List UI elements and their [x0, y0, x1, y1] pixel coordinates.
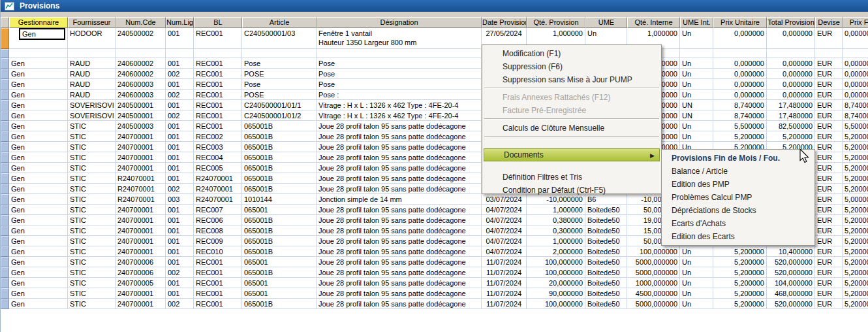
row-selector[interactable]: [1, 205, 9, 215]
cell-ume_int[interactable]: Un: [680, 131, 713, 142]
cell-bl[interactable]: R24070001: [194, 194, 242, 205]
submenu-item[interactable]: Dépréciations de Stocks: [662, 204, 814, 217]
cell-qte_provision[interactable]: 100,000000: [527, 267, 585, 278]
cell-bl[interactable]: REC006: [194, 215, 242, 225]
cell-gestionnaire[interactable]: Gen: [9, 257, 68, 267]
cell-designation[interactable]: Joue 28 profil talon 95 sans patte dodéc…: [317, 184, 482, 194]
cell-prix_f[interactable]: 5,200000: [843, 225, 868, 236]
cell-bl[interactable]: [194, 49, 242, 58]
cell-prix_unitaire[interactable]: 5,200000: [713, 257, 767, 267]
cell-devise[interactable]: EUR: [815, 58, 843, 69]
cell-num_cde[interactable]: [116, 49, 166, 58]
cell-prix_f[interactable]: 5,200000: [843, 278, 868, 288]
cell-article[interactable]: Pose: [242, 79, 317, 90]
cell-qte_interne[interactable]: 100,000000: [627, 246, 680, 257]
cell-num_lig[interactable]: 002: [166, 69, 194, 79]
cell-ume[interactable]: Boitede50: [585, 246, 627, 257]
cell-qte_interne[interactable]: 4500,000000: [627, 288, 680, 299]
cell-num_cde[interactable]: 240700006: [116, 257, 166, 267]
cell-gestionnaire[interactable]: Gen: [9, 205, 68, 215]
cell-ume[interactable]: Boitede50: [585, 267, 627, 278]
cell-total_provision[interactable]: 0,000000: [767, 69, 815, 79]
cell-prix_unitaire[interactable]: 0,000000: [713, 79, 767, 90]
cell-prix_f[interactable]: 5,200000: [843, 236, 868, 246]
cell-devise[interactable]: EUR: [815, 278, 843, 288]
cell-num_lig[interactable]: 001: [166, 288, 194, 299]
cell-gestionnaire[interactable]: Gen: [9, 152, 68, 163]
cell-designation[interactable]: Joue 28 profil talon 95 sans patte dodéc…: [317, 173, 482, 184]
cell-bl[interactable]: REC001: [194, 278, 242, 288]
cell-ume_int[interactable]: Un: [680, 288, 713, 299]
cell-devise[interactable]: EUR: [815, 163, 843, 173]
cell-prix_f[interactable]: 8,740000: [843, 100, 868, 110]
row-selector[interactable]: [1, 225, 9, 236]
cell-fournisseur[interactable]: STIC: [68, 131, 116, 142]
cell-fournisseur[interactable]: STIC: [68, 246, 116, 257]
cell-ume_int[interactable]: Un: [680, 257, 713, 267]
cell-num_lig[interactable]: 002: [166, 299, 194, 309]
cell-num_lig[interactable]: 001: [166, 131, 194, 142]
cell-total_provision[interactable]: 5,200000: [767, 131, 815, 142]
cell-prix_unitaire[interactable]: 5,200000: [713, 299, 767, 309]
focused-cell-editor[interactable]: Gen: [19, 28, 65, 40]
submenu-item[interactable]: Problèmes Calcul PMP: [662, 191, 814, 204]
cell-ume_int[interactable]: Un: [680, 267, 713, 278]
row-selector[interactable]: [1, 69, 9, 79]
cell-designation[interactable]: Joue 28 profil talon 95 sans patte dodéc…: [317, 205, 482, 215]
cell-bl[interactable]: REC001: [194, 110, 242, 121]
cell-gestionnaire[interactable]: Gen: [9, 163, 68, 173]
cell-prix_f[interactable]: 0,000000: [843, 90, 868, 100]
cell-devise[interactable]: EUR: [815, 142, 843, 152]
cell-prix_f[interactable]: 5,200000: [843, 215, 868, 225]
cell-num_cde[interactable]: 240600003: [116, 90, 166, 100]
cell-ume_int[interactable]: Un: [680, 121, 713, 131]
cell-fournisseur[interactable]: STIC: [68, 152, 116, 163]
cell-bl[interactable]: REC005: [194, 163, 242, 173]
cell-designation[interactable]: Joue 28 profil talon 95 sans patte dodéc…: [317, 131, 482, 142]
column-header-num_cde[interactable]: Num.Cde: [116, 17, 166, 28]
cell-num_lig[interactable]: 001: [166, 163, 194, 173]
cell-total_provision[interactable]: 0,000000: [767, 90, 815, 100]
cell-bl[interactable]: REC010: [194, 246, 242, 257]
cell-article[interactable]: [242, 49, 317, 58]
cell-fournisseur[interactable]: RAUD: [68, 69, 116, 79]
cell-num_cde[interactable]: R24070001: [116, 173, 166, 184]
cell-total_provision[interactable]: 82,500000: [767, 121, 815, 131]
cell-fournisseur[interactable]: HODOOR: [68, 28, 116, 49]
cell-num_cde[interactable]: 240700001: [116, 288, 166, 299]
cell-devise[interactable]: EUR: [815, 173, 843, 184]
cell-article[interactable]: 065001: [242, 205, 317, 215]
cell-devise[interactable]: EUR: [815, 184, 843, 194]
cell-fournisseur[interactable]: [68, 49, 116, 58]
cell-designation[interactable]: Joue 28 profil talon 95 sans patte dodéc…: [317, 152, 482, 163]
row-selector[interactable]: [1, 79, 9, 90]
row-selector[interactable]: [1, 246, 9, 257]
cell-prix_unitaire[interactable]: 5,200000: [713, 288, 767, 299]
cell-designation[interactable]: Joue 28 profil talon 95 sans patte dodéc…: [317, 267, 482, 278]
cell-fournisseur[interactable]: STIC: [68, 288, 116, 299]
cell-prix_unitaire[interactable]: 8,740000: [713, 100, 767, 110]
cell-num_lig[interactable]: 001: [166, 215, 194, 225]
submenu-item[interactable]: Edition des Ecarts: [662, 230, 814, 243]
cell-article[interactable]: POSE: [242, 90, 317, 100]
cell-prix_f[interactable]: 5,200000: [843, 257, 868, 267]
cell-fournisseur[interactable]: STIC: [68, 236, 116, 246]
column-header-prix_f[interactable]: Prix F: [843, 17, 868, 28]
cell-article[interactable]: 065001B: [242, 121, 317, 131]
cell-fournisseur[interactable]: SOVERISOVI: [68, 110, 116, 121]
cell-bl[interactable]: R24070001: [194, 184, 242, 194]
row-selector[interactable]: [1, 142, 9, 152]
cell-prix_f[interactable]: 5,200000: [843, 184, 868, 194]
cell-bl[interactable]: REC001: [194, 58, 242, 69]
cell-num_cde[interactable]: 240700001: [116, 215, 166, 225]
cell-prix_f[interactable]: 5,200000: [843, 131, 868, 142]
cell-article[interactable]: POSE: [242, 69, 317, 79]
cell-designation[interactable]: Pose :: [317, 90, 482, 100]
row-selector-active[interactable]: [1, 28, 9, 49]
cell-num_cde[interactable]: 240700001: [116, 225, 166, 236]
menu-item[interactable]: Modification (F1): [483, 47, 660, 60]
cell-devise[interactable]: EUR: [815, 194, 843, 205]
cell-designation[interactable]: Joue 28 profil talon 95 sans patte dodéc…: [317, 163, 482, 173]
cell-num_lig[interactable]: 001: [166, 121, 194, 131]
cell-gestionnaire[interactable]: Gen: [9, 225, 68, 236]
